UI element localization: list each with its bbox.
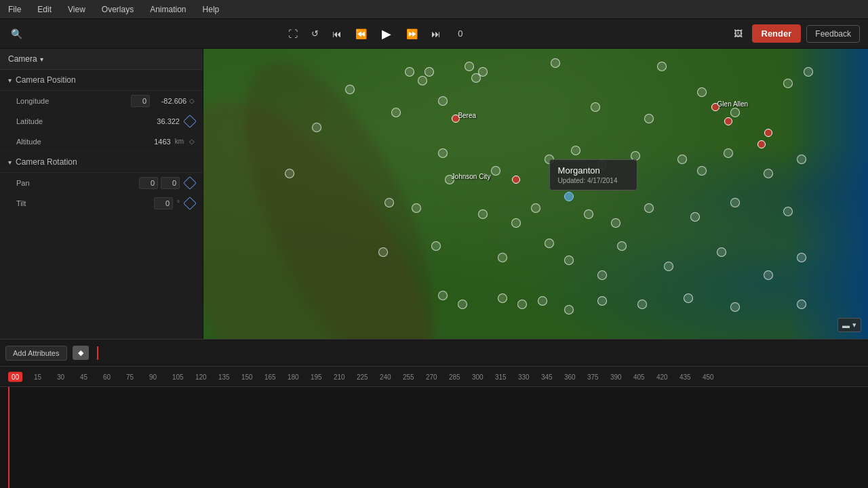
menu-view[interactable]: View [65,3,88,16]
map-pin[interactable] [498,253,507,262]
map-pin[interactable] [764,169,773,178]
skip-back-button[interactable]: ⏮ [328,26,346,42]
johnson-city-pin[interactable]: Johnson City [512,176,520,184]
map-pin[interactable] [717,247,726,257]
map-pin-active[interactable] [564,192,574,201]
map-pin[interactable] [551,58,560,68]
berea-pin[interactable]: Berea [452,115,460,123]
map-pin[interactable] [438,148,448,158]
map-pin[interactable] [545,239,554,248]
add-attributes-button[interactable]: Add Attributes [5,346,67,361]
map-area[interactable]: Berea Johnson City Glen Allen Morganton … [203,49,868,339]
map-pin[interactable] [677,155,687,164]
menu-file[interactable]: File [5,3,24,16]
map-pin[interactable] [391,108,401,117]
section-camera-position[interactable]: ▾ Camera Position [0,70,203,91]
map-pin[interactable] [564,305,574,314]
red-pin-2[interactable] [724,117,732,125]
map-pin[interactable] [591,102,600,112]
section-camera-rotation[interactable]: ▾ Camera Rotation [0,152,203,173]
map-pin[interactable] [438,96,448,106]
red-pin-4[interactable] [764,129,772,137]
map-pin[interactable] [664,262,673,271]
red-pin-3[interactable] [757,140,766,148]
map-pin[interactable] [412,203,421,213]
map-pin[interactable] [611,218,620,228]
map-pin[interactable] [285,169,294,178]
map-pin[interactable] [438,291,448,300]
map-pin[interactable] [597,160,607,169]
latitude-keyframe-button[interactable] [183,115,197,128]
map-pin[interactable] [405,67,414,77]
map-pin[interactable] [684,293,693,303]
search-button[interactable]: 🔍 [8,26,25,42]
timeline-body[interactable] [0,387,868,488]
map-pin[interactable] [597,270,607,280]
pan-keyframe-button[interactable] [183,176,197,190]
map-pin[interactable] [730,302,740,312]
map-pin[interactable] [418,76,427,85]
map-pin[interactable] [458,300,467,309]
map-pin[interactable] [584,209,593,219]
map-pin[interactable] [425,67,434,77]
render-button[interactable]: Render [752,24,802,43]
step-back-button[interactable]: ⏪ [351,26,371,42]
tilt-keyframe-button[interactable] [183,197,197,210]
skip-forward-button[interactable]: ⏭ [427,26,445,42]
map-pin[interactable] [431,241,441,251]
longitude-input-v1[interactable] [131,95,150,107]
fullscreen-button[interactable]: ⛶ [284,26,302,42]
map-pin[interactable] [644,203,654,213]
map-pin[interactable] [764,270,773,280]
map-pin[interactable] [478,209,488,219]
map-pin[interactable] [637,300,647,309]
menu-help[interactable]: Help [200,3,222,16]
map-pin[interactable] [644,114,654,123]
feedback-button[interactable]: Feedback [806,25,860,43]
step-forward-button[interactable]: ⏩ [402,26,422,42]
screenshot-button[interactable]: 🖼 [730,26,747,41]
map-pin[interactable] [797,300,806,309]
map-pin[interactable] [690,212,700,222]
map-pin[interactable] [491,166,500,176]
map-pin[interactable] [697,166,707,176]
map-pin[interactable] [531,203,540,213]
map-pin[interactable] [730,108,740,117]
glen-allen-pin[interactable]: Glen Allen [711,103,719,111]
map-pin[interactable] [631,151,640,161]
map-pin[interactable] [571,146,580,155]
map-pin[interactable] [498,293,507,303]
map-pin[interactable] [797,253,806,262]
map-pin[interactable] [657,62,667,71]
map-pin[interactable] [783,207,793,216]
pan-input-v1[interactable] [139,177,158,189]
camera-dropdown[interactable]: Camera ▾ [0,49,203,70]
map-pin[interactable] [312,123,321,132]
map-pin[interactable] [384,198,394,207]
map-pin[interactable] [517,300,527,309]
map-pin[interactable] [345,85,355,94]
map-pin[interactable] [545,155,554,164]
map-pin[interactable] [597,296,607,306]
map-pin[interactable] [564,256,574,265]
menu-overlays[interactable]: Overlays [99,3,136,16]
map-pin[interactable] [465,62,474,71]
menu-animation[interactable]: Animation [147,3,189,16]
map-pin[interactable] [617,241,627,251]
map-pin[interactable] [697,87,707,97]
keyframe-mode-button[interactable]: ◆ [73,346,89,360]
map-pin[interactable] [511,218,521,228]
tilt-input[interactable] [154,197,173,209]
map-pin[interactable] [797,155,806,164]
pan-input-v2[interactable] [161,177,180,189]
map-pin[interactable] [804,67,813,77]
map-pin[interactable] [724,148,733,158]
menu-edit[interactable]: Edit [35,3,54,16]
play-button[interactable]: ▶ [376,24,397,44]
map-pin[interactable] [783,79,793,88]
timeline-ruler[interactable]: 00 15 30 45 60 75 90 105 120 135 150 165… [0,367,868,387]
map-pin[interactable] [378,247,388,257]
screen-aspect-button[interactable]: ▬ ▾ [837,318,861,332]
map-pin[interactable] [538,296,547,306]
map-pin[interactable] [730,198,740,207]
